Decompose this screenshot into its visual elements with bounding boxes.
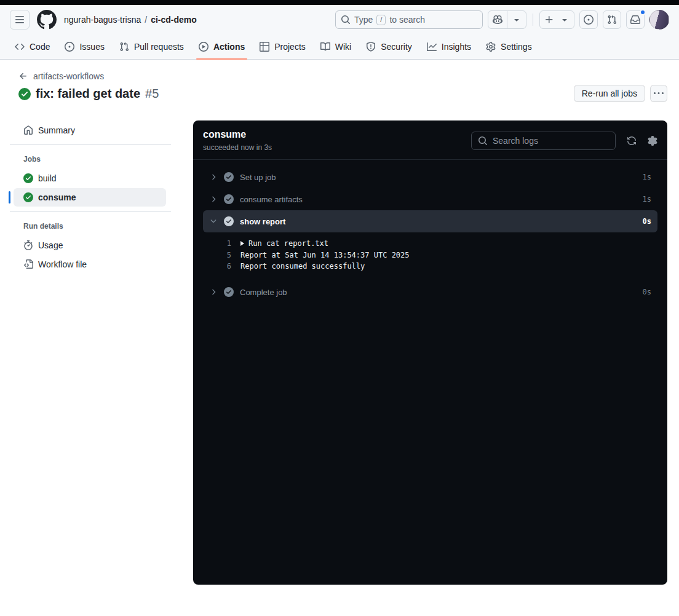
run-title-row: fix: failed get date #5	[18, 87, 159, 101]
sidebar-divider	[10, 144, 171, 145]
log-line-text: Report at Sat Jun 14 13:54:37 UTC 2025	[240, 250, 410, 261]
git-pull-request-icon	[607, 15, 617, 25]
sidebar-job-consume[interactable]: consume	[14, 188, 166, 207]
search-placeholder-prefix: Type	[354, 15, 373, 25]
log-line-text: Report consumed successfully	[240, 261, 365, 272]
run-actions: Re-run all jobs	[574, 85, 667, 102]
repo-navigation: Code Issues Pull requests Actions Projec…	[0, 34, 679, 60]
github-logo-icon[interactable]	[37, 10, 57, 30]
step-success-check-icon	[224, 287, 234, 297]
sidebar-divider	[10, 211, 171, 212]
log-line: 5 Report at Sat Jun 14 13:54:37 UTC 2025	[203, 250, 657, 261]
inbox-icon	[630, 15, 640, 25]
tab-label: Settings	[501, 42, 532, 52]
copilot-dropdown-button[interactable]	[507, 11, 526, 28]
hamburger-menu-button[interactable]	[10, 10, 30, 30]
step-success-check-icon	[224, 194, 234, 204]
copilot-button[interactable]	[488, 11, 507, 28]
success-check-icon	[18, 88, 31, 100]
tab-label: Projects	[274, 42, 306, 52]
chevron-right-icon	[209, 173, 218, 181]
log-line-number[interactable]: 5	[203, 250, 231, 261]
code-icon	[15, 42, 25, 52]
success-check-icon	[23, 192, 33, 202]
run-number: #5	[145, 87, 159, 101]
log-line: 1 Run cat report.txt	[203, 238, 657, 250]
sidebar-item-label: Summary	[38, 125, 75, 135]
log-settings-button[interactable]	[648, 136, 657, 146]
global-search-input[interactable]: Type / to search	[335, 10, 483, 29]
job-log-panel: consume succeeded now in 3s Search logs	[193, 120, 667, 585]
step-show-report[interactable]: show report 0s	[203, 210, 657, 232]
step-success-check-icon	[224, 216, 234, 226]
search-icon	[478, 136, 488, 146]
step-duration: 0s	[643, 288, 651, 296]
tab-settings[interactable]: Settings	[481, 34, 537, 59]
step-set-up-job[interactable]: Set up job 1s	[203, 166, 657, 188]
back-to-workflow-link[interactable]: artifacts-workflows	[18, 71, 159, 81]
sidebar-item-workflow-file[interactable]: Workflow file	[14, 255, 166, 274]
issue-opened-icon	[65, 42, 74, 52]
inbox-button[interactable]	[626, 10, 645, 29]
log-line-number[interactable]: 1	[203, 238, 231, 250]
tab-pull-requests[interactable]: Pull requests	[114, 34, 189, 59]
global-header: ngurah-bagus-trisna / ci-cd-demo Type / …	[0, 5, 679, 34]
run-sidebar: Summary Jobs build consume Run details U…	[9, 120, 166, 274]
global-header-actions: Type / to search	[335, 10, 669, 30]
triangle-down-icon	[560, 15, 570, 25]
plus-icon	[544, 15, 554, 25]
tab-insights[interactable]: Insights	[422, 34, 476, 59]
rerun-all-jobs-button[interactable]: Re-run all jobs	[574, 85, 645, 102]
log-group-header[interactable]: Run cat report.txt	[240, 238, 328, 250]
back-link-label: artifacts-workflows	[33, 71, 104, 81]
step-duration: 1s	[643, 195, 651, 203]
stopwatch-icon	[23, 240, 33, 250]
tab-projects[interactable]: Projects	[255, 34, 311, 59]
pull-requests-button[interactable]	[603, 10, 621, 29]
repo-owner-link[interactable]: ngurah-bagus-trisna	[64, 15, 141, 25]
sidebar-job-build[interactable]: build	[14, 169, 166, 188]
tab-label: Pull requests	[134, 42, 184, 52]
log-line-number[interactable]: 6	[203, 261, 231, 272]
file-code-icon	[23, 259, 33, 269]
sidebar-item-summary[interactable]: Summary	[14, 121, 166, 140]
tab-label: Actions	[213, 42, 245, 52]
chevron-down-icon	[209, 217, 218, 226]
run-options-kebab-button[interactable]	[650, 85, 667, 102]
repo-name-link[interactable]: ci-cd-demo	[151, 15, 197, 25]
play-circle-icon	[199, 42, 208, 52]
tab-security[interactable]: Security	[361, 34, 417, 59]
book-icon	[320, 42, 330, 52]
tab-issues[interactable]: Issues	[60, 34, 109, 59]
log-panel-header: consume succeeded now in 3s Search logs	[193, 120, 667, 159]
triangle-down-icon	[512, 15, 522, 25]
job-name: consume	[38, 192, 76, 202]
git-pull-request-icon	[119, 42, 129, 52]
issues-button[interactable]	[579, 10, 598, 29]
tab-wiki[interactable]: Wiki	[316, 34, 356, 59]
refresh-logs-button[interactable]	[627, 136, 637, 146]
tab-actions[interactable]: Actions	[194, 34, 250, 59]
graph-icon	[427, 42, 437, 52]
plus-button[interactable]	[540, 11, 558, 28]
step-consume-artifacts[interactable]: consume artifacts 1s	[203, 188, 657, 210]
sidebar-item-label: Workflow file	[38, 259, 87, 269]
arrow-left-icon	[18, 71, 28, 81]
create-new-dropdown-button[interactable]	[558, 11, 574, 28]
copilot-button-group	[488, 10, 526, 29]
step-name: Set up job	[240, 173, 276, 182]
job-status-line: succeeded now in 3s	[203, 143, 272, 152]
create-new-button-group	[539, 10, 574, 29]
job-name: build	[38, 173, 57, 183]
header-divider	[533, 14, 533, 26]
home-icon	[23, 125, 33, 135]
sidebar-item-usage[interactable]: Usage	[14, 236, 166, 255]
avatar[interactable]	[649, 10, 669, 30]
shield-icon	[366, 42, 376, 52]
search-logs-input[interactable]: Search logs	[471, 132, 616, 150]
log-line: 6 Report consumed successfully	[203, 261, 657, 272]
step-complete-job[interactable]: Complete job 0s	[203, 281, 657, 303]
tab-code[interactable]: Code	[10, 34, 55, 59]
step-success-check-icon	[224, 172, 234, 182]
issue-opened-icon	[584, 15, 594, 25]
